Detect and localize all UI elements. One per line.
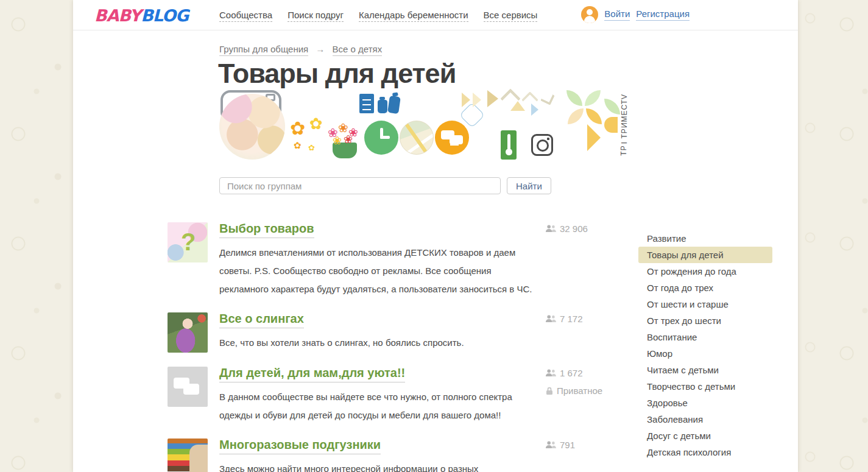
banner-vertical-text: I ТРИМЕСТV <box>620 91 629 146</box>
register-link[interactable]: Регистрация <box>636 9 690 21</box>
page-container: BABYBLOG Сообщества Поиск подруг Календа… <box>73 0 798 472</box>
category-three-to-six[interactable]: От трех до шести <box>638 312 772 329</box>
main-nav: Сообщества Поиск подруг Календарь береме… <box>219 10 537 22</box>
search-input[interactable] <box>219 177 501 194</box>
members-icon <box>546 441 556 449</box>
group-meta: 1 672 Приватное <box>546 367 619 424</box>
pastel-leaf-shape <box>604 117 618 133</box>
bouquet-flower: ❀ <box>344 134 353 145</box>
flower-icon: ✿ <box>308 144 315 152</box>
category-leisure-with-kids[interactable]: Досуг с детьми <box>638 428 772 444</box>
pastel-leaf-shape <box>568 108 584 124</box>
group-thumbnail[interactable] <box>168 312 208 353</box>
clock-icon <box>364 121 398 155</box>
instagram-camera-icon <box>531 134 553 156</box>
chevron-shape <box>462 93 470 107</box>
food-jar-icon <box>378 100 387 113</box>
bouquet-icon: ❀ ❀ ❀ ❀ ❀ <box>328 122 362 160</box>
search-button[interactable]: Найти <box>507 177 551 194</box>
food-jar-icon <box>387 96 401 114</box>
breadcrumb-arrow: → <box>316 44 325 54</box>
members-count: 7 172 <box>546 314 619 324</box>
chevron-shape <box>587 124 601 151</box>
group-meta: 791 <box>546 439 619 472</box>
group-title-link[interactable]: Для детей, для мам,для уюта!! <box>219 367 405 382</box>
site-header: BABYBLOG Сообщества Поиск подруг Календа… <box>73 0 798 30</box>
chevron-shape <box>531 104 538 116</box>
group-description: Здесь можно найти много интересной инфор… <box>219 460 537 472</box>
category-development[interactable]: Развитие <box>638 230 772 247</box>
group-row: Для детей, для мам,для уюта!! В данном с… <box>168 367 655 424</box>
triangle-shape <box>510 101 525 111</box>
chevron-shape <box>540 91 555 105</box>
category-humor[interactable]: Юмор <box>638 345 772 362</box>
group-row: Все о слингах Все, что вы хотели знать о… <box>168 312 655 353</box>
category-kids-products[interactable]: Товары для детей <box>638 247 772 263</box>
group-description: Делимся впечатлениями от использования Д… <box>219 244 537 298</box>
group-meta: 7 172 <box>546 312 619 353</box>
members-count: 791 <box>546 440 619 450</box>
logo-part-blog: BLOG <box>141 6 188 25</box>
bouquet-flower: ❀ <box>333 135 342 146</box>
chevron-shape <box>487 90 498 107</box>
pastel-leaf-shape <box>604 99 620 114</box>
flower-icon: ✿ <box>309 116 323 132</box>
group-thumbnail[interactable] <box>168 222 208 262</box>
members-icon <box>546 369 556 377</box>
babyblog-logo[interactable]: BABYBLOG <box>94 6 188 25</box>
category-one-to-three[interactable]: От года до трех <box>638 280 772 296</box>
banner-vertical-text: ТР <box>619 145 628 155</box>
nav-pregnancy-calendar[interactable]: Календарь беременности <box>359 10 468 22</box>
page-title: Товары для детей <box>218 58 456 90</box>
map-icon <box>400 121 434 155</box>
thermometer-icon <box>501 130 517 160</box>
category-creativity-with-kids[interactable]: Творчество с детьми <box>638 378 772 395</box>
category-health[interactable]: Здоровье <box>638 395 772 411</box>
breadcrumb: Группы для общения → Все о детях <box>219 44 382 54</box>
nav-all-services[interactable]: Все сервисы <box>484 10 538 22</box>
group-thumbnail[interactable] <box>168 439 208 472</box>
flower-icon: ✿ <box>290 119 305 138</box>
group-description: В данном сообществе вы найдете все что н… <box>219 388 537 424</box>
group-list: Выбор товаров Делимся впечатлениями от и… <box>168 222 655 472</box>
group-search: Найти <box>219 177 551 194</box>
group-thumbnail[interactable] <box>168 367 208 407</box>
category-birth-to-year[interactable]: От рождения до года <box>638 263 772 280</box>
category-upbringing[interactable]: Воспитание <box>638 329 772 345</box>
decorative-banner: ✿ ✿ ✿ ✿ ❀ ❀ ❀ ❀ ❀ <box>219 90 640 164</box>
category-six-and-older[interactable]: От шести и старше <box>638 296 772 312</box>
group-description: Все, что вы хотели знать о слингах, но б… <box>219 334 537 352</box>
breadcrumb-groups-link[interactable]: Группы для общения <box>219 44 308 56</box>
nav-find-friends[interactable]: Поиск подруг <box>288 10 344 22</box>
private-badge: Приватное <box>546 386 619 396</box>
group-meta: 32 906 <box>546 222 619 298</box>
group-row: Многоразовые подгузники Здесь можно найт… <box>168 439 655 472</box>
auth-block: Войти Регистрация <box>581 6 690 23</box>
category-sidebar: Развитие Товары для детей От рождения до… <box>638 230 772 460</box>
group-title-link[interactable]: Многоразовые подгузники <box>219 439 381 454</box>
chevron-shape <box>473 93 481 107</box>
pastel-leaf-shape <box>586 108 602 124</box>
category-reading-with-kids[interactable]: Читаем с детьми <box>638 362 772 378</box>
user-avatar-icon[interactable] <box>581 6 598 23</box>
group-title-link[interactable]: Все о слингах <box>219 312 304 328</box>
members-count: 1 672 <box>546 368 619 378</box>
chat-bubbles-icon <box>435 121 469 155</box>
members-icon <box>546 225 556 233</box>
checklist-icon <box>359 94 374 113</box>
members-count: 32 906 <box>546 224 619 234</box>
nav-communities[interactable]: Сообщества <box>219 10 272 22</box>
pastel-leaf-shape <box>585 90 601 106</box>
pastel-leaf-shape <box>566 90 582 106</box>
group-title-link[interactable]: Выбор товаров <box>219 222 314 238</box>
members-icon <box>546 315 556 323</box>
category-diseases[interactable]: Заболевания <box>638 411 772 428</box>
kids-photo <box>219 94 285 160</box>
breadcrumb-all-about-kids-link[interactable]: Все о детях <box>333 44 383 56</box>
login-link[interactable]: Войти <box>604 9 630 21</box>
group-row: Выбор товаров Делимся впечатлениями от и… <box>168 222 655 298</box>
logo-part-baby: BABY <box>94 6 141 25</box>
category-child-psychology[interactable]: Детская психология <box>638 444 772 460</box>
flower-icon: ✿ <box>294 141 302 150</box>
bouquet-flower: ❀ <box>338 122 348 134</box>
